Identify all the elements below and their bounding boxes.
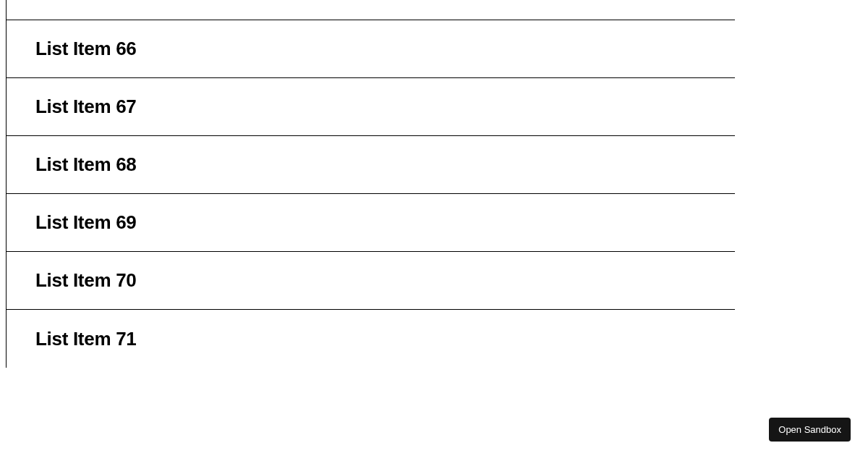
- list-item-label: List Item 70: [35, 269, 136, 292]
- list-item-label: List Item 67: [35, 96, 136, 118]
- list-item[interactable]: List Item 70: [7, 252, 735, 310]
- list-item[interactable]: List Item 68: [7, 136, 735, 194]
- open-sandbox-button[interactable]: Open Sandbox: [769, 418, 851, 442]
- list-item[interactable]: List Item 66: [7, 20, 735, 78]
- list-item-label: List Item 68: [35, 153, 136, 176]
- list-item[interactable]: List Item 67: [7, 78, 735, 136]
- list-item-label: List Item 66: [35, 38, 136, 60]
- list-item[interactable]: [7, 0, 735, 20]
- list-item-label: List Item 71: [35, 328, 136, 350]
- list-item-label: List Item 69: [35, 211, 136, 234]
- list-item[interactable]: List Item 71: [7, 310, 735, 368]
- list-item[interactable]: List Item 69: [7, 194, 735, 252]
- list-container: List Item 66 List Item 67 List Item 68 L…: [6, 0, 735, 368]
